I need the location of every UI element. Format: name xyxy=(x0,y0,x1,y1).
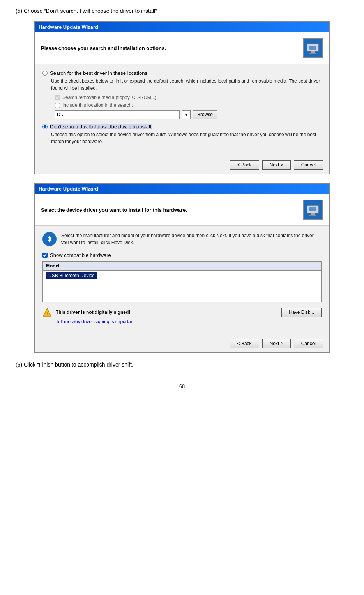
path-dropdown-arrow[interactable]: ▼ xyxy=(182,110,191,119)
wizard2-titlebar: Hardware Update Wizard xyxy=(35,184,329,194)
wizard2-footer: < Back Next > Cancel xyxy=(35,335,329,352)
hardware-icon-2 xyxy=(306,202,320,217)
show-compat-checkbox[interactable] xyxy=(42,253,48,258)
wizard1-back-button[interactable]: < Back xyxy=(230,160,259,170)
model-table-body: USB Bluetooth Device xyxy=(43,271,321,302)
path-row: ▼ Browse xyxy=(55,110,322,119)
radio2-label-text: Don't search. I will choose the driver t… xyxy=(50,124,152,129)
svg-rect-2 xyxy=(311,51,315,53)
dont-search-radio-section: Don't search. I will choose the driver t… xyxy=(42,124,322,145)
radio2-label[interactable]: Don't search. I will choose the driver t… xyxy=(50,124,152,129)
selected-model[interactable]: USB Bluetooth Device xyxy=(46,272,97,279)
svg-text:!: ! xyxy=(46,310,48,316)
wizard2-icon xyxy=(303,200,323,220)
wizard1: Hardware Update Wizard Please choose you… xyxy=(34,21,330,174)
hardware-icon xyxy=(306,41,320,55)
svg-rect-1 xyxy=(309,46,316,50)
svg-rect-7 xyxy=(309,215,316,216)
have-disk-button[interactable]: Have Disk... xyxy=(281,308,322,317)
wizard2-cancel-button[interactable]: Cancel xyxy=(294,339,323,348)
removable-media-checkbox[interactable] xyxy=(55,95,60,100)
show-compat-row: Show compatible hardware xyxy=(42,252,322,258)
svg-rect-3 xyxy=(309,53,316,54)
include-location-checkbox[interactable] xyxy=(55,103,60,108)
wizard1-cancel-button[interactable]: Cancel xyxy=(294,160,323,170)
wizard1-content: Search for the best driver in these loca… xyxy=(35,64,329,156)
wizard2-next-button[interactable]: Next > xyxy=(262,339,291,348)
radio1-row: Search for the best driver in these loca… xyxy=(42,70,322,76)
radio1-label[interactable]: Search for the best driver in these loca… xyxy=(50,70,149,76)
include-location-row: Include this location in the search: xyxy=(55,103,322,108)
search-radio-section: Search for the best driver in these loca… xyxy=(42,70,322,119)
page-number: 68 xyxy=(16,383,348,389)
wizard1-body: Please choose your search and installati… xyxy=(35,32,329,174)
info-text: Select the manufacturer and model of you… xyxy=(61,232,322,246)
dont-search-radio[interactable] xyxy=(42,124,48,129)
wizard2-header-title: Select the device driver you want to ins… xyxy=(41,207,187,213)
info-row: Select the manufacturer and model of you… xyxy=(42,232,322,246)
wizard2-content: Select the manufacturer and model of you… xyxy=(35,226,329,335)
bluetooth-symbol xyxy=(45,235,54,243)
show-compat-label: Show compatible hardware xyxy=(50,252,111,258)
wizard1-icon xyxy=(303,38,323,58)
warning-text: This driver is not digitally signed! xyxy=(56,310,130,315)
outro-text: (6) Click “Finish button to accomplish d… xyxy=(16,361,348,368)
include-location-label: Include this location in the search: xyxy=(62,103,133,108)
warning-area: ! This driver is not digitally signed! T… xyxy=(42,308,135,324)
warning-triangle-icon: ! xyxy=(42,308,52,317)
search-radio[interactable] xyxy=(42,71,48,76)
radio2-description: Choose this option to select the device … xyxy=(51,131,322,145)
wizard2-body: Select the device driver you want to ins… xyxy=(35,194,329,352)
wizard2-header-area: Select the device driver you want to ins… xyxy=(35,194,329,226)
wizard2-title: Hardware Update Wizard xyxy=(39,186,98,192)
wizard1-title: Hardware Update Wizard xyxy=(39,24,98,30)
wizard1-header-area: Please choose your search and installati… xyxy=(35,32,329,64)
browse-button[interactable]: Browse xyxy=(193,110,217,119)
wizard1-header-title: Please choose your search and installati… xyxy=(41,45,166,51)
wizard2: Hardware Update Wizard Select the device… xyxy=(34,183,330,353)
wizard2-back-button[interactable]: < Back xyxy=(230,339,259,348)
radio2-row: Don't search. I will choose the driver t… xyxy=(42,124,322,129)
model-table: Model USB Bluetooth Device xyxy=(42,261,322,302)
driver-signing-link[interactable]: Tell me why driver signing is important xyxy=(56,319,135,324)
wizard1-titlebar: Hardware Update Wizard xyxy=(35,22,329,32)
warning-row: ! This driver is not digitally signed! xyxy=(42,308,135,317)
svg-rect-6 xyxy=(311,213,315,215)
wizard1-next-button[interactable]: Next > xyxy=(262,160,291,170)
bluetooth-icon xyxy=(42,232,57,246)
radio1-description: Use the check boxes below to limit or ex… xyxy=(51,78,322,92)
wizard1-footer: < Back Next > Cancel xyxy=(35,156,329,174)
removable-media-row: Search removable media (floppy, CD-ROM..… xyxy=(55,95,322,100)
intro-text: (5) Choose “Don’t search. I will choose … xyxy=(16,8,348,14)
model-column-header: Model xyxy=(43,262,321,271)
svg-rect-5 xyxy=(309,207,316,211)
removable-media-label: Search removable media (floppy, CD-ROM..… xyxy=(62,95,157,100)
path-input[interactable] xyxy=(55,110,180,119)
